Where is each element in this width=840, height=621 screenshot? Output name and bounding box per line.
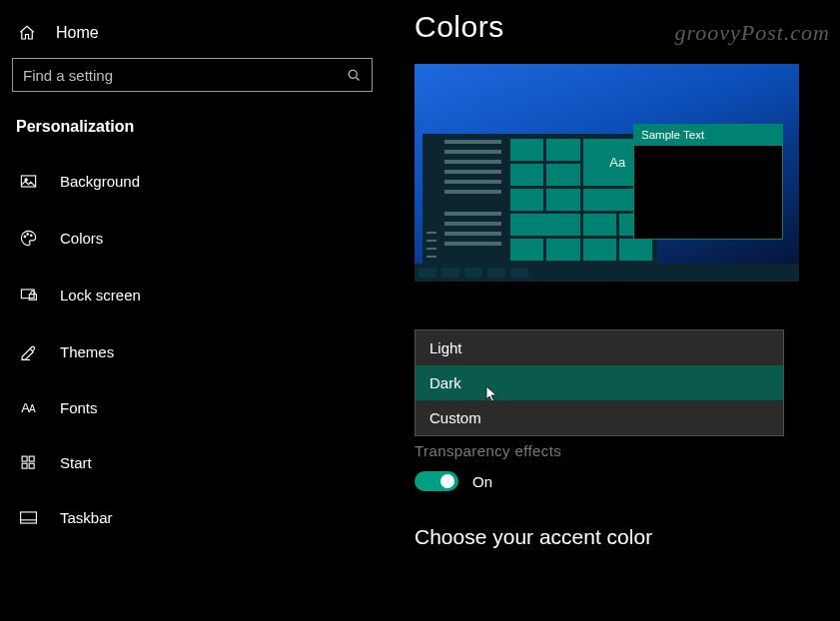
svg-rect-14 xyxy=(20,512,36,523)
nav-label: Taskbar xyxy=(60,509,113,526)
transparency-toggle[interactable] xyxy=(415,471,458,491)
svg-point-5 xyxy=(26,234,28,236)
preview-sample-window: Sample Text xyxy=(633,124,783,240)
nav-label: Colors xyxy=(60,230,103,247)
sidebar-item-background[interactable]: Background xyxy=(12,160,373,203)
palette-icon xyxy=(18,229,38,248)
sidebar: Home Personalization Background Colors xyxy=(0,0,385,621)
nav-label: Fonts xyxy=(60,399,98,416)
svg-rect-11 xyxy=(29,456,34,461)
settings-window: Home Personalization Background Colors xyxy=(0,0,840,621)
watermark: groovyPost.com xyxy=(674,20,830,46)
nav-label: Background xyxy=(60,173,140,190)
svg-rect-10 xyxy=(22,456,27,461)
svg-point-4 xyxy=(24,236,26,238)
search-input[interactable] xyxy=(23,67,328,84)
svg-point-3 xyxy=(24,179,26,181)
themes-icon xyxy=(18,342,38,361)
nav-label: Lock screen xyxy=(60,287,141,304)
main-content: groovyPost.com Colors Aa Sample Text xyxy=(385,0,840,621)
accent-color-heading: Choose your accent color xyxy=(415,525,818,549)
sidebar-item-themes[interactable]: Themes xyxy=(12,330,373,373)
search-icon xyxy=(347,68,362,83)
nav-label: Themes xyxy=(60,343,114,360)
mode-option-dark[interactable]: Dark xyxy=(416,365,783,400)
search-box[interactable] xyxy=(12,58,373,92)
transparency-toggle-row: On xyxy=(415,471,818,491)
sidebar-item-start[interactable]: Start xyxy=(12,442,373,483)
sidebar-item-colors[interactable]: Colors xyxy=(12,217,373,260)
color-mode-dropdown[interactable]: Light Dark Custom xyxy=(415,329,784,436)
home-icon xyxy=(18,24,36,42)
svg-line-1 xyxy=(356,77,359,80)
home-label: Home xyxy=(56,24,99,42)
sidebar-item-fonts[interactable]: AA Fonts xyxy=(12,387,373,428)
home-nav[interactable]: Home xyxy=(12,18,373,58)
preview-start-panel: Aa xyxy=(422,134,657,264)
sidebar-item-taskbar[interactable]: Taskbar xyxy=(12,497,373,538)
preview-sample-titlebar: Sample Text xyxy=(633,124,783,146)
svg-rect-8 xyxy=(29,295,36,301)
sidebar-item-lockscreen[interactable]: Lock screen xyxy=(12,274,373,316)
picture-icon xyxy=(18,172,38,191)
svg-rect-13 xyxy=(29,463,34,468)
start-icon xyxy=(18,454,38,471)
mode-option-custom[interactable]: Custom xyxy=(416,400,783,435)
svg-point-0 xyxy=(349,70,357,78)
transparency-label: Transparency effects xyxy=(415,442,818,459)
svg-point-6 xyxy=(30,235,32,237)
taskbar-icon xyxy=(18,510,38,525)
fonts-icon: AA xyxy=(18,400,38,415)
nav-label: Start xyxy=(60,454,92,471)
lockscreen-icon xyxy=(18,286,38,305)
preview-taskbar xyxy=(415,264,799,282)
mode-option-light[interactable]: Light xyxy=(416,330,783,365)
section-title: Personalization xyxy=(12,114,373,160)
toggle-state-label: On xyxy=(472,473,492,490)
color-preview: Aa Sample Text xyxy=(415,64,799,282)
svg-rect-12 xyxy=(22,463,27,468)
mode-option-dark-label: Dark xyxy=(429,374,461,391)
